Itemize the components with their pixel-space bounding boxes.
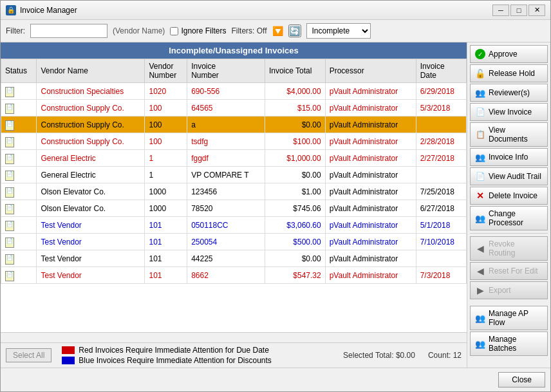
approve-icon: ✓ [474,48,486,60]
view-invoice-button[interactable]: 📄 View Invoice [470,103,548,121]
cell-vendor-num: 101 [145,267,187,284]
reviewers-button[interactable]: 👥 Reviewer(s) [470,84,548,102]
reset-for-edit-button[interactable]: ◀ Reset For Edit [470,262,548,280]
cell-status: 📄 [1,183,37,200]
row-status-icon: 📄 [5,204,14,214]
cell-processor: pVault Administrator [325,133,416,150]
manage-ap-flow-button[interactable]: 👥 Manage AP Flow [470,306,548,330]
cell-status: 📄 [1,167,37,183]
filter-input[interactable] [30,24,107,38]
cell-total: $500.00 [265,234,325,250]
cell-invoice-num: fggdf [187,150,265,167]
cell-vendor: Construction Supply Co. [37,133,145,150]
table-row[interactable]: 📄 Olson Elevator Co. 1000 78520 $745.06 … [1,200,467,217]
table-row[interactable]: 📄 Test Vendor 101 8662 $547.32 pVault Ad… [1,267,467,284]
cell-vendor: General Electric [37,150,145,167]
cell-total: $0.00 [265,117,325,133]
right-panel: ✓ Approve 🔓 Release Hold 👥 Reviewer(s) 📄… [467,42,550,368]
table-row[interactable]: 📄 Construction Supply Co. 100 tsdfg $100… [1,133,467,150]
approve-button[interactable]: ✓ Approve [470,45,548,63]
col-invoice-number[interactable]: InvoiceNumber [187,59,265,83]
manage-ap-flow-label: Manage AP Flow [489,309,543,327]
close-button[interactable]: Close [498,372,545,387]
cell-vendor: Test Vendor [37,267,145,284]
reset-for-edit-label: Reset For Edit [489,266,538,275]
invoice-table-container[interactable]: Status Vendor Name VendorNumber InvoiceN… [1,59,467,332]
cell-total: $0.00 [265,250,325,267]
col-status[interactable]: Status [1,59,37,83]
cell-processor: pVault Administrator [325,183,416,200]
cell-invoice-num: 64565 [187,100,265,117]
view-invoice-label: View Invoice [489,107,532,117]
col-vendor-name[interactable]: Vendor Name [37,59,145,83]
table-row[interactable]: 📄 Construction Supply Co. 100 a $0.00 pV… [1,117,467,133]
col-vendor-number[interactable]: VendorNumber [145,59,187,83]
table-row[interactable]: 📄 Test Vendor 101 250054 $500.00 pVault … [1,234,467,250]
view-audit-trail-button[interactable]: 📄 View Audit Trail [470,167,548,185]
horizontal-scrollbar[interactable] [1,332,467,342]
revoke-routing-label: Revoke Routing [489,239,543,257]
cell-processor: pVault Administrator [325,100,416,117]
cell-date: 2/28/2018 [416,133,466,150]
refresh-button[interactable]: 🔄 [288,24,301,37]
table-row[interactable]: 📄 Test Vendor 101 050118CC $3,060.60 pVa… [1,217,467,234]
export-button[interactable]: ▶ Export [470,281,548,299]
row-status-icon: 📄 [5,154,14,164]
app-icon: 🔒 [6,5,16,15]
delete-invoice-button[interactable]: ✕ Delete Invoice [470,187,548,205]
manage-batches-label: Manage Batches [489,335,543,353]
approve-label: Approve [489,50,518,59]
cell-total: $15.00 [265,100,325,117]
view-invoice-icon: 📄 [474,106,486,118]
vendor-name-label: (Vendor Name) [113,26,165,35]
table-row[interactable]: 📄 General Electric 1 fggdf $1,000.00 pVa… [1,150,467,167]
invoice-table-body: 📄 Construction Specialties 1020 690-556 … [1,83,467,284]
cell-vendor: Test Vendor [37,217,145,234]
change-processor-button[interactable]: 👥 Change Processor [470,206,548,230]
cell-vendor: Test Vendor [37,250,145,267]
legend: Red Invoices Require Immediate Attention… [62,346,271,365]
cell-date: 5/3/2018 [416,100,466,117]
cell-date: 5/1/2018 [416,217,466,234]
title-bar: 🔒 Invoice Manager ─ □ ✕ [1,1,550,20]
cell-vendor: Construction Supply Co. [37,100,145,117]
select-all-button[interactable]: Select All [6,348,51,362]
table-row[interactable]: 📄 Construction Supply Co. 100 64565 $15.… [1,100,467,117]
cell-vendor-num: 1 [145,167,187,183]
ignore-filters-checkbox[interactable] [170,27,178,35]
table-row[interactable]: 📄 Construction Specialties 1020 690-556 … [1,83,467,100]
minimize-button[interactable]: ─ [492,5,509,16]
table-row[interactable]: 📄 Olson Elevator Co. 1000 123456 $1.00 p… [1,183,467,200]
cell-processor: pVault Administrator [325,217,416,234]
cell-vendor: General Electric [37,167,145,183]
cell-processor: pVault Administrator [325,167,416,183]
status-dropdown[interactable]: Incomplete All Approved On Hold Pending [306,23,371,39]
cell-date [416,167,466,183]
maximize-button[interactable]: □ [510,5,527,16]
release-hold-button[interactable]: 🔓 Release Hold [470,64,548,82]
invoice-info-icon: 👥 [474,151,486,163]
cell-invoice-num: a [187,117,265,133]
col-invoice-date[interactable]: InvoiceDate [416,59,466,83]
table-header: Status Vendor Name VendorNumber InvoiceN… [1,59,467,83]
row-status-icon: 📄 [5,171,14,181]
col-invoice-total[interactable]: Invoice Total [265,59,325,83]
cell-vendor-num: 1000 [145,200,187,217]
window-close-button[interactable]: ✕ [528,5,545,16]
cell-status: 📄 [1,234,37,250]
view-documents-button[interactable]: 📋 View Documents [470,122,548,147]
cell-status: 📄 [1,133,37,150]
cell-status: 📄 [1,117,37,133]
cell-total: $547.32 [265,267,325,284]
main-content: Incomplete/Unassigned Invoices Status Ve… [1,42,550,368]
manage-batches-button[interactable]: 👥 Manage Batches [470,331,548,356]
invoice-info-button[interactable]: 👥 Invoice Info [470,148,548,166]
filters-off-label: Filters: Off [231,26,266,35]
table-row[interactable]: 📄 Test Vendor 101 44225 $0.00 pVault Adm… [1,250,467,267]
revoke-routing-button[interactable]: ◀ Revoke Routing [470,236,548,261]
table-row[interactable]: 📄 General Electric 1 VP COMPARE T $0.00 … [1,167,467,183]
totals: Selected Total: $0.00 Count: 12 [343,351,462,360]
delete-invoice-icon: ✕ [474,190,486,201]
col-processor[interactable]: Processor [325,59,416,83]
bottom-bar: Select All Red Invoices Require Immediat… [1,342,467,368]
